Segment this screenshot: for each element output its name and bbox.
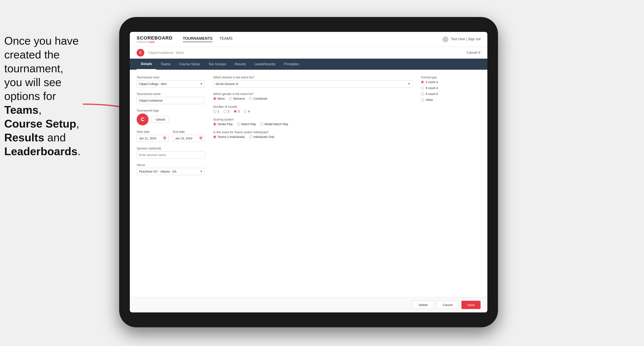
tournament-logo-circle: C <box>137 49 144 56</box>
scoring-match-radio[interactable] <box>237 123 240 126</box>
format-6count5[interactable]: 6 count 5 <box>421 92 480 96</box>
gender-label: Which gender is the event for? <box>213 92 412 96</box>
instruction-line2: created the <box>4 48 60 61</box>
format-other-radio[interactable] <box>421 98 424 101</box>
rounds-2-radio[interactable] <box>224 110 226 113</box>
rounds-4[interactable]: 4 <box>244 110 250 113</box>
form-area: Tournament Host Clippd College - Men Tou… <box>130 70 487 297</box>
tab-leaderboards[interactable]: Leaderboards <box>250 59 280 70</box>
gender-combined[interactable]: Combined <box>249 97 267 100</box>
tournament-name-label: Tournament name <box>137 92 205 96</box>
end-date-label: End date <box>173 130 205 134</box>
scoring-radio-group: Stroke Play Match Play Medal Match Play <box>213 122 412 126</box>
rounds-1-label: 1 <box>218 110 219 113</box>
end-date-group: End date 📅 <box>173 130 205 142</box>
user-text[interactable]: Test User | Sign out <box>451 37 480 41</box>
nav-tournaments[interactable]: TOURNAMENTS <box>183 36 212 42</box>
division-select[interactable]: NCAA Division III <box>213 80 412 88</box>
save-button[interactable]: Save <box>462 301 480 309</box>
user-icon <box>442 36 448 42</box>
nav-teams[interactable]: TEAMS <box>220 36 232 42</box>
rounds-3-radio[interactable] <box>234 110 237 113</box>
instruction-line4: you will see <box>4 76 62 88</box>
gender-womens-radio[interactable] <box>229 97 232 100</box>
rounds-1[interactable]: 1 <box>213 110 219 113</box>
gender-womens-label: Womens <box>233 97 245 100</box>
user-area: Test User | Sign out <box>442 36 480 42</box>
tournament-host-label: Tournament Host <box>137 76 205 79</box>
format-6count4-radio[interactable] <box>421 86 424 89</box>
tournament-name-input[interactable] <box>137 97 205 104</box>
rounds-4-label: 4 <box>248 110 250 113</box>
tournament-host-select[interactable]: Clippd College - Men <box>137 80 205 88</box>
tab-course-setup[interactable]: Course Setup <box>175 59 204 70</box>
tab-details[interactable]: Details <box>137 59 156 70</box>
division-group: Which division is the event for? NCAA Di… <box>213 76 412 88</box>
rounds-2-label: 2 <box>228 110 230 113</box>
logo-scoreboard: SCOREBOARD <box>137 35 172 41</box>
logo-circle: C <box>137 114 148 125</box>
scoring-stroke[interactable]: Stroke Play <box>213 122 233 126</box>
upload-button[interactable]: Upload <box>152 116 169 123</box>
venue-group: Venue Peachtree GC - Atlanta - GA <box>137 163 205 175</box>
rounds-group: Number of rounds 1 2 <box>213 105 412 113</box>
gender-combined-label: Combined <box>254 97 267 100</box>
instruction-line3: tournament, <box>4 62 64 75</box>
format-5count4-radio[interactable] <box>421 81 424 84</box>
individuals-only-label: Individuals Only <box>254 135 274 139</box>
calendar-icon-end: 📅 <box>199 137 202 140</box>
format-5count4[interactable]: 5 count 4 <box>421 80 480 84</box>
date-group: Start date 📅 End date 📅 <box>137 130 205 142</box>
tournament-name: Clippd Invitational <box>148 51 173 54</box>
format-other[interactable]: Other <box>421 98 480 102</box>
scoring-medal[interactable]: Medal Match Play <box>260 122 288 126</box>
rounds-4-radio[interactable] <box>244 110 247 113</box>
scoring-label: Scoring system <box>213 118 412 121</box>
gender-combined-radio[interactable] <box>249 97 252 100</box>
rounds-3[interactable]: 3 <box>234 110 240 113</box>
tournament-name-group: Tournament name <box>137 92 205 104</box>
sponsor-input[interactable] <box>137 151 205 159</box>
tournament-header: C Clippd Invitational (Men) Cancel X <box>130 47 487 59</box>
tournament-logo-label: Tournament logo <box>137 109 205 112</box>
scoring-stroke-radio[interactable] <box>213 123 216 126</box>
left-column: Tournament Host Clippd College - Men Tou… <box>137 76 205 291</box>
gender-mens-radio[interactable] <box>213 97 216 100</box>
logo-powered: Powered by clippd <box>137 41 172 43</box>
tablet-frame: SCOREBOARD Powered by clippd TOURNAMENTS… <box>119 17 498 327</box>
logo-area: SCOREBOARD Powered by clippd <box>137 35 172 43</box>
gender-womens[interactable]: Womens <box>229 97 245 100</box>
top-nav: SCOREBOARD Powered by clippd TOURNAMENTS… <box>130 32 487 47</box>
teams-label: Is this event for Teams and/or Individua… <box>213 131 412 134</box>
format-6count5-radio[interactable] <box>421 92 424 95</box>
individuals-only[interactable]: Individuals Only <box>249 135 274 139</box>
teams-plus-radio[interactable] <box>213 135 216 138</box>
teams-radio-group: Teams (+Individuals) Individuals Only <box>213 135 412 139</box>
tab-teams[interactable]: Teams <box>156 59 175 70</box>
gender-mens[interactable]: Mens <box>213 97 225 100</box>
tab-results[interactable]: Results <box>230 59 250 70</box>
format-6count4-label: 6 count 4 <box>426 86 438 90</box>
teams-plus-individuals[interactable]: Teams (+Individuals) <box>213 135 245 139</box>
delete-button[interactable]: Delete <box>412 301 434 309</box>
format-6count4[interactable]: 6 count 4 <box>421 86 480 90</box>
venue-select[interactable]: Peachtree GC - Atlanta - GA <box>137 168 205 175</box>
cancel-header-btn[interactable]: Cancel X <box>467 51 480 55</box>
tab-tee-groups[interactable]: Tee Groups <box>204 59 230 70</box>
right-column: Format type 5 count 4 6 count 4 6 count … <box>421 76 480 291</box>
rounds-label: Number of rounds <box>213 105 412 108</box>
end-date-wrap: 📅 <box>173 135 205 142</box>
individuals-only-radio[interactable] <box>249 135 252 138</box>
teams-group: Is this event for Teams and/or Individua… <box>213 131 412 139</box>
tab-printables[interactable]: Printables <box>280 59 303 70</box>
cancel-button[interactable]: Cancel <box>436 301 459 309</box>
instruction-teams: Teams <box>4 104 38 116</box>
scoring-match[interactable]: Match Play <box>237 122 256 126</box>
scoring-medal-radio[interactable] <box>260 123 263 126</box>
rounds-1-radio[interactable] <box>213 110 216 113</box>
format-other-label: Other <box>426 98 433 102</box>
rounds-2[interactable]: 2 <box>224 110 230 113</box>
instruction-line1: Once you have <box>4 35 79 47</box>
format-5count4-label: 5 count 4 <box>426 80 438 84</box>
venue-label: Venue <box>137 163 205 167</box>
